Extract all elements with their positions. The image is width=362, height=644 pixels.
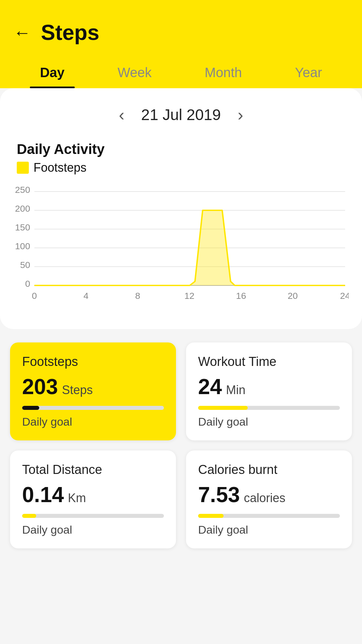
calories-daily-goal: Daily goal [198, 523, 340, 536]
page-title: Steps [41, 20, 99, 45]
footsteps-value: 203 [22, 374, 58, 399]
svg-text:20: 20 [288, 291, 298, 301]
svg-text:4: 4 [83, 291, 88, 301]
footsteps-daily-goal: Daily goal [22, 415, 164, 428]
distance-unit: Km [68, 491, 86, 505]
svg-text:50: 50 [20, 260, 30, 270]
calories-title: Calories burnt [198, 463, 340, 477]
back-button[interactable]: ← [13, 24, 31, 41]
distance-progress-fill [22, 514, 36, 518]
workout-value: 24 [198, 374, 222, 399]
distance-value-row: 0.14 Km [22, 482, 164, 507]
workout-value-row: 24 Min [198, 374, 340, 399]
svg-text:8: 8 [135, 291, 140, 301]
svg-text:0: 0 [32, 291, 37, 301]
svg-text:24: 24 [340, 291, 349, 301]
workout-progress-bg [198, 406, 340, 410]
header: ← Steps [0, 0, 362, 58]
distance-title: Total Distance [22, 463, 164, 477]
chart-legend: Daily Activity Footsteps [13, 141, 349, 175]
tab-day[interactable]: Day [30, 58, 74, 88]
footsteps-legend-label: Footsteps [34, 161, 86, 175]
distance-daily-goal: Daily goal [22, 523, 164, 536]
main-card: ‹ 21 Jul 2019 › Daily Activity Footsteps… [0, 88, 362, 329]
svg-text:100: 100 [15, 241, 30, 251]
svg-text:250: 250 [15, 185, 30, 195]
current-date: 21 Jul 2019 [141, 106, 221, 124]
chart-svg: 250 200 150 100 50 0 0 4 8 12 16 20 24 [13, 185, 349, 312]
chart-title: Daily Activity [17, 141, 349, 157]
calories-unit: calories [244, 491, 286, 505]
workout-title: Workout Time [198, 355, 340, 369]
tabs-row: Day Week Month Year [0, 58, 362, 88]
chart-area: 250 200 150 100 50 0 0 4 8 12 16 20 24 [13, 185, 349, 312]
calories-progress-fill [198, 514, 224, 518]
svg-text:150: 150 [15, 222, 30, 232]
distance-progress-bg [22, 514, 164, 518]
calories-progress-bg [198, 514, 340, 518]
workout-daily-goal: Daily goal [198, 415, 340, 428]
date-nav: ‹ 21 Jul 2019 › [13, 102, 349, 128]
stats-grid: Footsteps 203 Steps Daily goal Workout T… [0, 329, 362, 562]
tab-week[interactable]: Week [108, 58, 162, 88]
calories-value: 7.53 [198, 482, 240, 507]
prev-date-button[interactable]: ‹ [115, 102, 128, 128]
workout-card: Workout Time 24 Min Daily goal [186, 342, 352, 440]
legend-row: Footsteps [17, 161, 349, 175]
footsteps-legend-color [17, 162, 29, 174]
svg-text:200: 200 [15, 204, 30, 213]
footsteps-title: Footsteps [22, 355, 164, 369]
calories-value-row: 7.53 calories [198, 482, 340, 507]
svg-text:12: 12 [184, 291, 194, 301]
footsteps-progress-bg [22, 406, 164, 410]
distance-value: 0.14 [22, 482, 64, 507]
footsteps-progress-fill [22, 406, 39, 410]
distance-card: Total Distance 0.14 Km Daily goal [10, 450, 176, 548]
svg-text:16: 16 [236, 291, 246, 301]
tab-year[interactable]: Year [285, 58, 332, 88]
tab-month[interactable]: Month [195, 58, 252, 88]
workout-unit: Min [226, 383, 245, 397]
next-date-button[interactable]: › [234, 102, 247, 128]
footsteps-card: Footsteps 203 Steps Daily goal [10, 342, 176, 440]
svg-text:0: 0 [25, 279, 30, 288]
footsteps-value-row: 203 Steps [22, 374, 164, 399]
footsteps-unit: Steps [62, 383, 93, 397]
calories-card: Calories burnt 7.53 calories Daily goal [186, 450, 352, 548]
workout-progress-fill [198, 406, 248, 410]
